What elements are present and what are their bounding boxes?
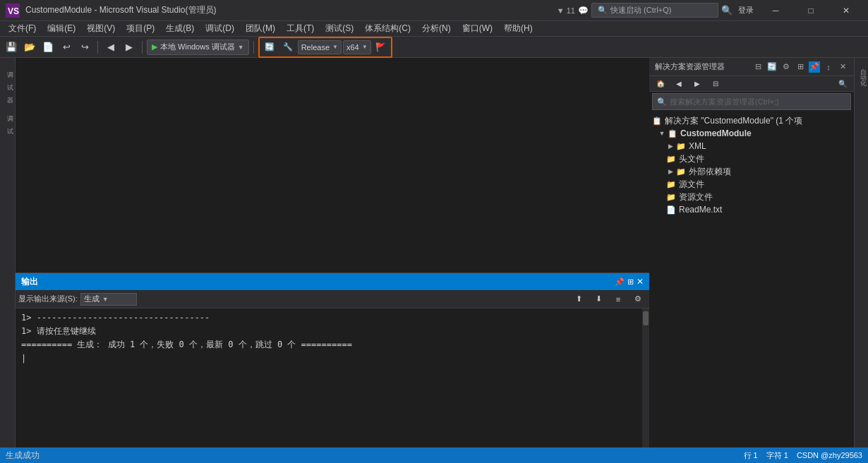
editor-area[interactable] bbox=[16, 58, 649, 272]
output-header-icons: 📌 ⊞ ✕ bbox=[615, 277, 644, 287]
tree-sources-label: 源文件 bbox=[679, 179, 704, 191]
tree-xml-label: XML bbox=[689, 141, 706, 151]
solution-tb-btn1[interactable]: 🏠 bbox=[652, 76, 669, 92]
menu-help[interactable]: 帮助(H) bbox=[498, 21, 538, 36]
solution-close-btn[interactable]: ✕ bbox=[837, 61, 848, 73]
menu-analyze[interactable]: 分析(N) bbox=[416, 21, 457, 36]
solution-filter-btn[interactable]: ⊞ bbox=[795, 61, 806, 73]
solution-pin-auto-btn[interactable]: ↕ bbox=[823, 61, 834, 73]
toolbar-save-btn[interactable]: 💾 bbox=[3, 39, 20, 56]
solution-collapse-btn[interactable]: ⊟ bbox=[752, 61, 764, 73]
right-strip-btn-3[interactable]: 化 bbox=[855, 72, 868, 78]
toolbar-redo-btn[interactable]: ↪ bbox=[76, 39, 93, 56]
left-toolbar-item-2[interactable]: 试 bbox=[1, 73, 15, 85]
output-pin-icon[interactable]: 📌 bbox=[615, 277, 625, 287]
status-col: 字符 1 bbox=[766, 450, 788, 461]
build-platform-label: x64 bbox=[346, 43, 359, 52]
build-config-group: 🔄 🔧 Release ▼ x64 ▼ 🚩 bbox=[258, 37, 392, 58]
left-toolbar-item-1[interactable]: 调 bbox=[1, 61, 15, 72]
toolbar-forward-btn[interactable]: ▶ bbox=[121, 39, 138, 56]
left-toolbar-item-3[interactable]: 器 bbox=[1, 86, 15, 97]
solution-tb-filter[interactable]: 🔍 bbox=[834, 76, 851, 92]
tree-project-root[interactable]: ▼ 📋 CustomedModule bbox=[649, 127, 854, 140]
title-bar-right: ▼ 11 💬 🔍 快速启动 (Ctrl+Q) 🔍 登录 ─ □ ✕ bbox=[557, 0, 862, 21]
menu-test[interactable]: 测试(S) bbox=[320, 21, 359, 36]
solution-search-box[interactable]: 🔍 搜索解决方案资源管理器(Ctrl+;) bbox=[652, 93, 851, 110]
solution-tb-btn3[interactable]: ▶ bbox=[689, 76, 706, 92]
play-dropdown-arrow[interactable]: ▼ bbox=[238, 44, 244, 51]
tree-project-label: CustomedModule bbox=[680, 128, 752, 138]
tree-item-headers[interactable]: 📁 头文件 bbox=[649, 152, 854, 165]
menu-window[interactable]: 窗口(W) bbox=[457, 21, 498, 36]
close-button[interactable]: ✕ bbox=[830, 0, 862, 21]
tree-item-readme[interactable]: 📄 ReadMe.txt bbox=[649, 203, 854, 216]
solution-tree-view: 📋 解决方案 "CustomedModule" (1 个项 ▼ 📋 Custom… bbox=[649, 112, 854, 447]
build-configuration-dropdown[interactable]: Release ▼ bbox=[298, 40, 342, 54]
right-strip-btn-2[interactable]: 动 bbox=[855, 66, 868, 72]
menu-project[interactable]: 项目(P) bbox=[121, 21, 160, 36]
menu-file[interactable]: 文件(F) bbox=[3, 21, 42, 36]
output-panel-title: 输出 bbox=[21, 276, 38, 288]
menu-team[interactable]: 团队(M) bbox=[240, 21, 281, 36]
tree-item-sources[interactable]: 📁 源文件 bbox=[649, 178, 854, 191]
solution-tb-btn2[interactable]: ◀ bbox=[670, 76, 687, 92]
menu-arch[interactable]: 体系结构(C) bbox=[359, 21, 416, 36]
tree-item-externaldeps[interactable]: ▶ 📁 外部依赖项 bbox=[649, 165, 854, 178]
output-source-dropdown[interactable]: 生成 ▼ bbox=[80, 293, 137, 306]
toolbar-config-btn-1[interactable]: 🔄 bbox=[261, 39, 278, 56]
menu-tools[interactable]: 工具(T) bbox=[281, 21, 320, 36]
left-toolbar-item-5[interactable]: 试 bbox=[1, 117, 15, 128]
search-icon-btn[interactable]: 🔍 bbox=[721, 5, 733, 16]
left-toolbar-item-4[interactable]: 调 bbox=[1, 104, 15, 116]
tree-item-resources[interactable]: 📁 资源文件 bbox=[649, 191, 854, 203]
menu-edit[interactable]: 编辑(E) bbox=[42, 21, 81, 36]
output-content: 1> ---------------------------------- 1>… bbox=[16, 308, 642, 447]
menu-build[interactable]: 生成(B) bbox=[160, 21, 200, 36]
platform-dropdown-arrow: ▼ bbox=[362, 44, 368, 50]
toolbar-open-btn[interactable]: 📂 bbox=[21, 39, 38, 56]
toolbar-back-btn[interactable]: ◀ bbox=[102, 39, 119, 56]
solution-explorer-title: 解决方案资源管理器 bbox=[655, 61, 725, 72]
tree-readme-label: ReadMe.txt bbox=[679, 205, 722, 215]
tree-expand-project[interactable]: ▼ bbox=[658, 129, 666, 138]
quick-launch-search[interactable]: 🔍 快速启动 (Ctrl+Q) bbox=[591, 3, 718, 18]
output-toolbar: 显示输出来源(S): 生成 ▼ ⬆ ⬇ ≡ ⚙ bbox=[16, 290, 649, 308]
search-icon: 🔍 bbox=[598, 6, 608, 15]
right-strip-btn-1[interactable]: 自 bbox=[855, 61, 868, 66]
maximize-button[interactable]: □ bbox=[795, 0, 827, 21]
solution-header-icons: ⊟ 🔄 ⚙ ⊞ 📌 ↕ ✕ bbox=[752, 61, 848, 73]
solution-refresh-btn[interactable]: 🔄 bbox=[766, 61, 778, 73]
tree-solution-root[interactable]: 📋 解决方案 "CustomedModule" (1 个项 bbox=[649, 114, 854, 127]
output-dock-icon[interactable]: ⊞ bbox=[627, 277, 634, 287]
tree-resources-icon: 📁 bbox=[666, 193, 676, 202]
output-cursor: | bbox=[21, 352, 637, 366]
status-row: 行 1 bbox=[744, 450, 758, 461]
status-watermark: CSDN @zhy29563 bbox=[797, 451, 862, 459]
solution-search-placeholder: 搜索解决方案资源管理器(Ctrl+;) bbox=[670, 97, 779, 107]
minimize-button[interactable]: ─ bbox=[759, 0, 792, 21]
toolbar-undo-btn[interactable]: ↩ bbox=[58, 39, 75, 56]
login-btn[interactable]: 登录 bbox=[735, 5, 757, 16]
solution-pin-btn[interactable]: 📌 bbox=[809, 61, 820, 73]
output-source-value: 生成 bbox=[84, 294, 100, 304]
tree-expand-xml[interactable]: ▶ bbox=[666, 142, 675, 150]
output-toolbar-btn-3[interactable]: ≡ bbox=[610, 291, 627, 308]
output-close-icon[interactable]: ✕ bbox=[637, 277, 644, 287]
toolbar-flag-btn[interactable]: 🚩 bbox=[373, 39, 390, 56]
output-toolbar-btn-4[interactable]: ⚙ bbox=[629, 291, 646, 308]
solution-tb-btn4[interactable]: ⊟ bbox=[707, 76, 724, 92]
output-scrollbar[interactable] bbox=[642, 308, 649, 447]
output-toolbar-btn-1[interactable]: ⬆ bbox=[570, 291, 587, 308]
output-toolbar-btn-2[interactable]: ⬇ bbox=[590, 291, 607, 308]
tree-item-xml[interactable]: ▶ 📁 XML bbox=[649, 140, 854, 152]
build-platform-dropdown[interactable]: x64 ▼ bbox=[343, 40, 371, 54]
menu-view[interactable]: 视图(V) bbox=[81, 21, 121, 36]
scrollbar-thumb[interactable] bbox=[643, 311, 649, 325]
menu-debug[interactable]: 调试(D) bbox=[200, 21, 240, 36]
tree-expand-externaldeps[interactable]: ▶ bbox=[666, 167, 675, 176]
solution-props-btn[interactable]: ⚙ bbox=[780, 61, 792, 73]
toolbar-new-btn[interactable]: 📄 bbox=[40, 39, 56, 56]
debug-play-button[interactable]: ▶ 本地 Windows 调试器 ▼ bbox=[147, 40, 249, 55]
toolbar-config-btn-2[interactable]: 🔧 bbox=[279, 39, 296, 56]
tree-solution-label: 解决方案 "CustomedModule" (1 个项 bbox=[665, 115, 802, 127]
